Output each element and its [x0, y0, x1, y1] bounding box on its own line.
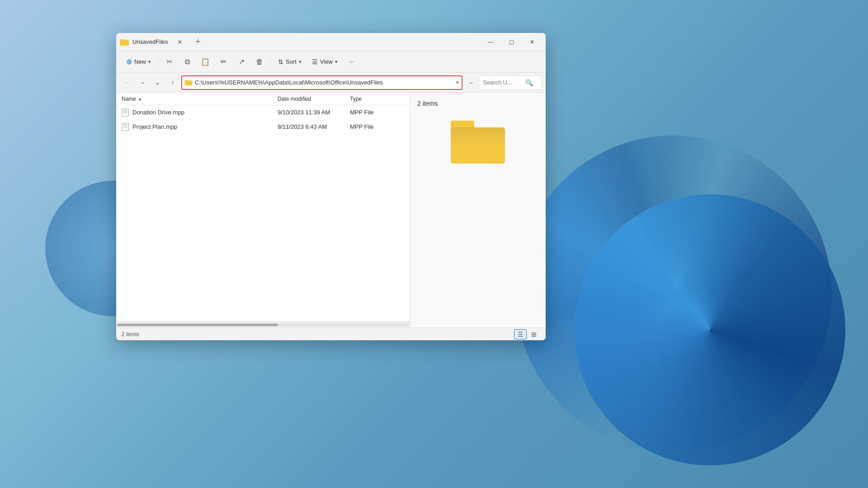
column-name-label: Name — [122, 96, 136, 102]
view-icon: ☰ — [312, 58, 318, 66]
new-chevron-icon: ▾ — [148, 59, 151, 64]
file-list-empty-space — [116, 134, 410, 321]
view-button[interactable]: ☰ View ▾ — [307, 56, 342, 68]
recent-button[interactable]: ⌄ — [151, 76, 164, 89]
file-name-cell: Project Plan.mpp — [122, 123, 278, 131]
copy-button[interactable]: ⧉ — [179, 54, 195, 70]
file-date-cell: 9/10/2023 11:39 AM — [278, 109, 350, 116]
sort-icon: ⇅ — [278, 58, 283, 66]
paste-button[interactable]: 📋 — [197, 54, 213, 70]
maximize-button[interactable]: ▢ — [501, 35, 521, 49]
address-dropdown-icon[interactable]: ▾ — [456, 80, 459, 85]
column-headers: Name ▲ Date modified Type — [116, 93, 410, 105]
share-button[interactable]: ↗ — [233, 54, 250, 70]
file-date-value: 9/10/2023 11:39 AM — [278, 109, 330, 116]
window-title: UnsavedFiles — [132, 38, 168, 45]
new-icon: ⊕ — [126, 57, 132, 66]
file-list-panel: Name ▲ Date modified Type Donation Drive… — [116, 93, 410, 328]
sort-label: Sort — [286, 58, 297, 65]
toolbar-separator-2 — [270, 57, 271, 66]
window-controls: — ▢ ✕ — [481, 35, 542, 49]
file-date-value: 9/11/2023 6:43 AM — [278, 123, 327, 130]
column-name-header[interactable]: Name ▲ — [122, 96, 278, 102]
status-count: 2 items — [122, 331, 139, 338]
file-date-cell: 9/11/2023 6:43 AM — [278, 123, 350, 130]
close-button[interactable]: ✕ — [522, 35, 542, 49]
address-go-button[interactable]: → — [464, 76, 477, 89]
address-folder-icon — [185, 80, 192, 85]
scrollbar-track — [117, 324, 409, 326]
search-bar[interactable]: 🔍 — [479, 75, 542, 90]
file-type-cell: MPP File — [350, 109, 404, 116]
preview-item-count: 2 items — [417, 100, 438, 107]
explorer-window: UnsavedFiles ✕ + — ▢ ✕ ⊕ New ▾ ✂ ⧉ 📋 ✏ ↗… — [116, 33, 546, 340]
address-input[interactable] — [195, 79, 453, 86]
large-icons-view-button[interactable]: ⊞ — [528, 329, 540, 339]
column-type-label: Type — [350, 96, 362, 102]
column-date-label: Date modified — [278, 96, 311, 102]
scrollbar-thumb[interactable] — [117, 324, 278, 326]
new-label: New — [134, 58, 146, 65]
sort-arrow-icon: ▲ — [138, 97, 142, 101]
title-bar-left: UnsavedFiles ✕ + — [120, 36, 481, 48]
file-name-label: Donation Drive.mpp — [132, 109, 184, 116]
file-icon — [122, 123, 129, 131]
more-options-button[interactable]: ··· — [344, 54, 360, 70]
table-row[interactable]: Donation Drive.mpp 9/10/2023 11:39 AM MP… — [116, 105, 410, 120]
table-row[interactable]: Project Plan.mpp 9/11/2023 6:43 AM MPP F… — [116, 120, 410, 134]
preview-folder-body — [451, 127, 505, 164]
new-button[interactable]: ⊕ New ▾ — [122, 55, 155, 68]
column-date-header[interactable]: Date modified — [278, 96, 350, 102]
title-folder-icon — [120, 38, 129, 46]
horizontal-scrollbar[interactable] — [116, 321, 410, 328]
content-area: Name ▲ Date modified Type Donation Drive… — [116, 93, 546, 328]
status-view-buttons: ☰ ⊞ — [514, 329, 540, 339]
file-type-cell: MPP File — [350, 123, 404, 130]
toolbar-separator-1 — [158, 57, 158, 66]
sort-button[interactable]: ⇅ Sort ▾ — [274, 56, 306, 68]
file-type-value: MPP File — [350, 123, 374, 130]
search-input[interactable] — [483, 79, 524, 86]
preview-panel: 2 items — [410, 93, 546, 328]
status-bar: 2 items ☰ ⊞ — [116, 328, 546, 340]
preview-folder-icon — [451, 121, 505, 164]
file-name-cell: Donation Drive.mpp — [122, 108, 278, 117]
rename-button[interactable]: ✏ — [215, 54, 231, 70]
preview-folder-shadow — [451, 127, 505, 164]
search-icon: 🔍 — [525, 79, 533, 86]
details-view-button[interactable]: ☰ — [514, 329, 527, 339]
back-button[interactable]: ← — [120, 76, 133, 89]
minimize-button[interactable]: — — [481, 35, 500, 49]
file-icon — [122, 108, 129, 117]
address-bar[interactable]: ▾ — [181, 75, 462, 90]
cut-button[interactable]: ✂ — [161, 54, 177, 70]
file-type-value: MPP File — [350, 109, 374, 116]
up-button[interactable]: ↑ — [166, 76, 179, 89]
view-chevron-icon: ▾ — [335, 59, 337, 64]
tab-add-button[interactable]: + — [192, 36, 204, 48]
forward-button[interactable]: → — [135, 76, 149, 89]
column-type-header[interactable]: Type — [350, 96, 404, 102]
sort-chevron-icon: ▾ — [299, 59, 301, 64]
file-name-label: Project Plan.mpp — [132, 123, 177, 130]
address-row: ← → ⌄ ↑ ▾ → 🔍 — [116, 73, 546, 93]
delete-button[interactable]: 🗑 — [251, 54, 268, 70]
tab-close-button[interactable]: ✕ — [174, 36, 186, 48]
view-label: View — [320, 58, 333, 65]
toolbar: ⊕ New ▾ ✂ ⧉ 📋 ✏ ↗ 🗑 ⇅ Sort ▾ ☰ View ▾ ··… — [116, 51, 546, 73]
title-bar: UnsavedFiles ✕ + — ▢ ✕ — [116, 33, 546, 51]
